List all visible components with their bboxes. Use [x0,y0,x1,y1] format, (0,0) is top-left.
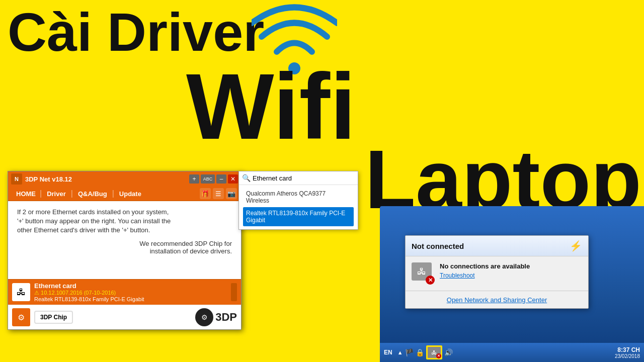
taskbar-clock: 8:37 CH 23/02/2018 [615,346,640,359]
popup-body: 🖧 ✕ No connections are available Trouble… [406,256,588,291]
title-cai-driver: Cài Driver [8,5,264,59]
menu-list-icon[interactable]: ☰ [213,188,224,199]
taskbar: EN ▲ 🏴 🔒 🖧 ✕ 🔊 8:37 CH 23/02/2018 [380,343,644,362]
chip-button[interactable]: 3DP Chip [34,311,73,324]
content-line3: other Ethernet card's driver with the '+… [17,226,232,234]
window-titlebar: N 3DP Net v18.12 + ABC – ✕ [8,171,241,187]
ethernet-subtitle: Realtek RTL8139-810x Family PCI-E Gigabi… [34,296,227,302]
network-icon-inner: 🖧 ✕ [428,347,441,358]
content-recommend1: We recommended 3DP Chip for [17,240,232,247]
menu-home[interactable]: HOME [12,189,40,199]
search-result-realtek[interactable]: Realtek RTL8139-810x Family PCI-E Gigabi… [243,207,354,226]
popup-header: Not connected ⚡ [406,236,588,256]
menu-gift-icon[interactable]: 🎁 [200,188,211,199]
open-network-area: Open Network and Sharing Center [406,291,588,308]
qualcomm-type: Wireless [246,197,351,204]
window-plus-button[interactable]: + [189,174,199,184]
search-bar: 🔍 [239,171,358,185]
taskbar-network-icon-highlighted[interactable]: 🖧 ✕ [426,345,442,359]
taskbar-volume-icon[interactable]: 🔊 [444,348,453,356]
popup-message-area: No connections are available Troubleshoo… [440,262,530,279]
taskbar-date: 23/02/2018 [615,353,640,359]
window-close-button[interactable]: ✕ [228,174,238,184]
search-result-qualcomm[interactable]: Qualcomm Atheros QCA9377 Wireless [243,188,354,206]
content-line2: '+' button may appear on the right. You … [17,217,232,225]
popup-title: Not connected [412,242,464,250]
lightning-icon: ⚡ [570,240,582,252]
realtek-name: Realtek RTL8139-810x Family PCI-E Gigabi… [246,210,351,224]
open-network-link[interactable]: Open Network and Sharing Center [447,296,547,304]
taskbar-arrow-icon[interactable]: ▲ [397,349,403,355]
menu-camera-icon[interactable]: 📷 [226,188,237,199]
ethernet-title: Ethernet card [34,282,227,290]
chip-icon: ⚙ [12,308,30,326]
search-icon: 🔍 [242,174,251,182]
troubleshoot-link[interactable]: Troubleshoot [440,272,530,279]
content-recommend2: installation of device drivers. [17,247,232,255]
taskbar-language: EN [384,349,392,356]
red-x-icon: ✕ [426,276,435,285]
chip-logo: ⚙ 3DP [195,308,237,326]
chip-logo-circle: ⚙ [195,308,213,326]
menu-driver[interactable]: Driver [42,189,71,199]
menu-update[interactable]: Update [114,189,146,199]
app-window: N 3DP Net v18.12 + ABC – ✕ HOME | Driver… [8,171,242,330]
qualcomm-name: Qualcomm Atheros QCA9377 [246,190,351,197]
window-content: If 2 or more Ethernet cards installed on… [8,201,241,279]
search-results: Qualcomm Atheros QCA9377 Wireless Realte… [239,185,358,229]
chip-bar: ⚙ 3DP Chip ⚙ 3DP [8,305,241,329]
window-abc-button[interactable]: ABC [201,174,215,184]
taskbar-flag-icon: 🏴 [405,348,414,356]
window-minimize-button[interactable]: – [216,174,226,184]
ethernet-info: Ethernet card ⚠ 10.12.1007.2016 (07-10-2… [34,282,227,302]
chip-logo-text: 3DP [215,311,237,324]
ethernet-footer-bar: 🖧 Ethernet card ⚠ 10.12.1007.2016 (07-10… [8,279,241,305]
window-menubar: HOME | Driver | Q&A/Bug | Update 🎁 ☰ 📷 [8,187,241,201]
search-popup: 🔍 Qualcomm Atheros QCA9377 Wireless Real… [238,171,358,230]
popup-message-title: No connections are available [440,262,530,270]
menu-qa-bug[interactable]: Q&A/Bug [73,189,112,199]
not-connected-popup: Not connected ⚡ 🖧 ✕ No connections are a… [405,235,589,309]
search-input[interactable] [253,174,355,182]
title-wifi: Wifi [186,60,356,153]
window-title: 3DP Net v18.12 [25,175,189,183]
taskbar-shield-icon: 🔒 [416,348,424,356]
network-icon: 🖧 ✕ [412,262,434,285]
ethernet-card-icon: 🖧 [12,283,30,301]
content-line1: If 2 or more Ethernet cards installed on… [17,208,232,216]
app-icon: N [11,173,22,185]
ethernet-warning: ⚠ 10.12.1007.2016 (07-10-2016) [34,290,227,296]
taskbar-time: 8:37 CH [615,346,640,353]
ethernet-scroll[interactable] [231,283,237,301]
